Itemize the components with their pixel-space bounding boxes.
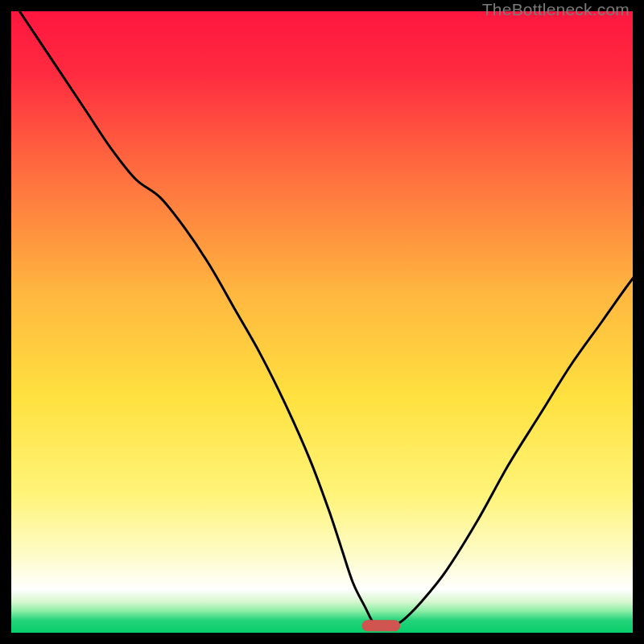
- watermark-text: TheBottleneck.com: [482, 0, 630, 19]
- bottleneck-chart: [11, 11, 633, 633]
- optimal-marker: [362, 621, 399, 631]
- gradient-background: [11, 11, 633, 633]
- chart-frame: [11, 11, 633, 633]
